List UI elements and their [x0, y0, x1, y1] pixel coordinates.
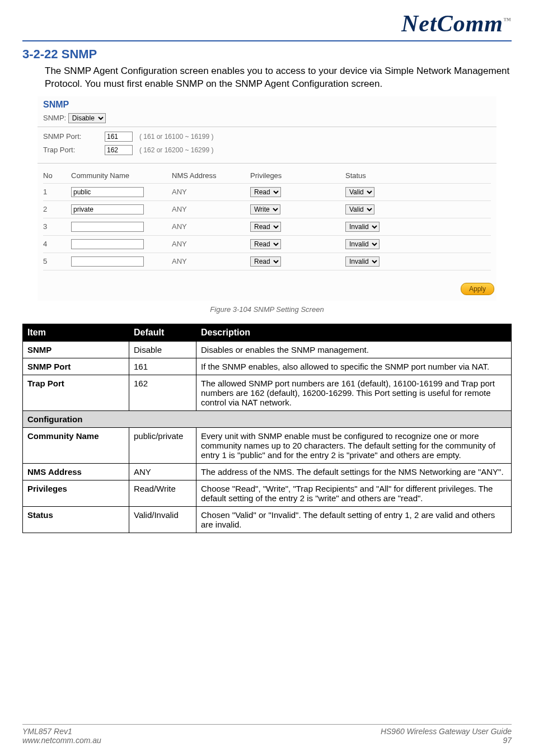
- status-select[interactable]: Valid: [345, 204, 374, 214]
- cell-desc: Disables or enables the SNMP management.: [196, 341, 512, 358]
- configuration-header-row: Configuration: [23, 410, 512, 427]
- cell-item: Status: [23, 506, 129, 533]
- hdr-nms: NMS Address: [172, 171, 250, 180]
- row-no: 3: [43, 222, 71, 231]
- priv-select[interactable]: Read: [250, 256, 281, 267]
- row-no: 1: [43, 188, 71, 196]
- snmp-port-input[interactable]: [105, 132, 133, 142]
- table-row: 4 ANY Read Invalid: [43, 236, 491, 253]
- footer-rev: YML857 Rev1: [22, 727, 101, 736]
- row-no: 2: [43, 205, 71, 213]
- cell-item: NMS Address: [23, 463, 129, 480]
- table-row: NMS Address ANY The address of the NMS. …: [23, 463, 512, 480]
- table-row: Privileges Read/Write Choose "Read", "Wr…: [23, 480, 512, 506]
- table-row: Status Valid/Invalid Chosen "Valid" or "…: [23, 506, 512, 533]
- nms-cell: ANY: [172, 240, 250, 248]
- brand-logo: NetComm™: [401, 10, 512, 37]
- nms-cell: ANY: [172, 222, 250, 231]
- trap-port-hint: ( 162 or 16200 ~ 16299 ): [139, 146, 213, 154]
- table-row: Trap Port 162 The allowed SNMP port numb…: [23, 375, 512, 410]
- trap-port-input[interactable]: [105, 145, 133, 155]
- figure-caption: Figure 3-104 SNMP Setting Screen: [22, 305, 512, 314]
- footer-guide: HS960 Wireless Gateway User Guide: [381, 727, 512, 736]
- table-row: 2 ANY Write Valid: [43, 201, 491, 218]
- snmp-enable-row: SNMP: Disable: [38, 111, 496, 127]
- priv-select[interactable]: Read: [250, 239, 281, 249]
- community-input[interactable]: [71, 187, 144, 197]
- cell-desc: The address of the NMS. The default sett…: [196, 463, 512, 480]
- community-input[interactable]: [71, 204, 144, 214]
- row-no: 5: [43, 257, 71, 265]
- col-description: Description: [196, 324, 512, 341]
- cell-default: ANY: [129, 463, 196, 480]
- cell-desc: The allowed SNMP port numbers are 161 (d…: [196, 375, 512, 410]
- footer-left: YML857 Rev1 www.netcomm.com.au: [22, 727, 101, 745]
- trap-port-label: Trap Port:: [43, 146, 105, 154]
- hdr-status: Status: [345, 171, 413, 180]
- cell-item: Trap Port: [23, 375, 129, 410]
- panel-title: SNMP: [38, 96, 496, 111]
- nms-cell: ANY: [172, 188, 250, 196]
- table-row: SNMP Port 161 If the SNMP enables, also …: [23, 358, 512, 375]
- apply-button[interactable]: Apply: [461, 283, 494, 295]
- cell-default: 162: [129, 375, 196, 410]
- nms-cell: ANY: [172, 257, 250, 265]
- intro-text: The SNMP Agent Configuration screen enab…: [45, 65, 512, 91]
- cell-item: Privileges: [23, 480, 129, 506]
- status-select[interactable]: Invalid: [345, 222, 380, 232]
- community-input[interactable]: [71, 256, 144, 267]
- status-select[interactable]: Valid: [345, 187, 374, 197]
- status-select[interactable]: Invalid: [345, 256, 380, 267]
- cell-desc: Chosen "Valid" or "Invalid". The default…: [196, 506, 512, 533]
- priv-select[interactable]: Read: [250, 222, 281, 232]
- snmp-select-label: SNMP:: [43, 114, 66, 122]
- footer-right: HS960 Wireless Gateway User Guide 97: [381, 727, 512, 745]
- cell-item: SNMP Port: [23, 358, 129, 375]
- status-select[interactable]: Invalid: [345, 239, 380, 249]
- footer-url: www.netcomm.com.au: [22, 736, 101, 745]
- logo-tm: ™: [503, 16, 512, 25]
- cell-desc: Choose "Read", "Write", "Trap Recipients…: [196, 480, 512, 506]
- cell-desc: If the SNMP enables, also allowed to spe…: [196, 358, 512, 375]
- page-footer: YML857 Rev1 www.netcomm.com.au HS960 Wir…: [22, 724, 512, 745]
- trap-port-row: Trap Port: ( 162 or 16200 ~ 16299 ): [43, 145, 491, 155]
- section-title: 3-2-22 SNMP: [22, 47, 512, 62]
- snmp-panel: SNMP SNMP: Disable SNMP Port: ( 161 or 1…: [38, 96, 496, 301]
- table-row: 1 ANY Read Valid: [43, 184, 491, 201]
- port-section: SNMP Port: ( 161 or 16100 ~ 16199 ) Trap…: [38, 127, 496, 164]
- cell-default: Disable: [129, 341, 196, 358]
- priv-select[interactable]: Write: [250, 204, 280, 214]
- community-input[interactable]: [71, 239, 144, 249]
- cell-item: Community Name: [23, 427, 129, 463]
- logo-text: NetComm: [401, 11, 503, 36]
- table-header-row: No Community Name NMS Address Privileges…: [43, 168, 491, 184]
- nms-cell: ANY: [172, 205, 250, 213]
- snmp-table: No Community Name NMS Address Privileges…: [38, 164, 496, 278]
- table-row: 5 ANY Read Invalid: [43, 253, 491, 270]
- hdr-community: Community Name: [71, 171, 172, 180]
- community-input[interactable]: [71, 222, 144, 232]
- footer-page: 97: [381, 736, 512, 745]
- table-row: SNMP Disable Disables or enables the SNM…: [23, 341, 512, 358]
- cell-item: SNMP: [23, 341, 129, 358]
- table-row: 3 ANY Read Invalid: [43, 218, 491, 236]
- apply-row: Apply: [38, 278, 496, 301]
- hdr-no: No: [43, 171, 71, 180]
- table-row: Community Name public/private Every unit…: [23, 427, 512, 463]
- priv-select[interactable]: Read: [250, 187, 281, 197]
- header: NetComm™: [22, 10, 512, 41]
- snmp-enable-select[interactable]: Disable: [68, 113, 106, 123]
- col-default: Default: [129, 324, 196, 341]
- hdr-priv: Privileges: [250, 171, 345, 180]
- description-table: Item Default Description SNMP Disable Di…: [22, 324, 512, 533]
- cell-default: public/private: [129, 427, 196, 463]
- cell-default: Read/Write: [129, 480, 196, 506]
- snmp-port-label: SNMP Port:: [43, 132, 105, 141]
- row-no: 4: [43, 240, 71, 248]
- snmp-port-row: SNMP Port: ( 161 or 16100 ~ 16199 ): [43, 132, 491, 142]
- cell-default: Valid/Invalid: [129, 506, 196, 533]
- snmp-port-hint: ( 161 or 16100 ~ 16199 ): [139, 133, 213, 141]
- cell-desc: Every unit with SNMP enable must be conf…: [196, 427, 512, 463]
- configuration-label: Configuration: [23, 410, 512, 427]
- col-item: Item: [23, 324, 129, 341]
